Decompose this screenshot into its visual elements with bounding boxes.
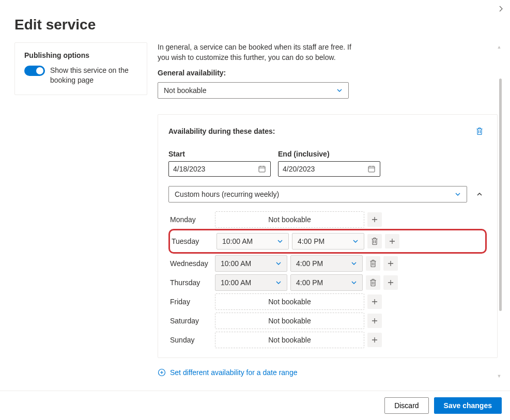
chevron-down-icon — [351, 279, 357, 286]
set-different-availability-label: Set different availability for a date ra… — [170, 368, 297, 377]
scroll-up-arrow[interactable]: ▲ — [496, 44, 503, 50]
svg-rect-0 — [259, 166, 265, 172]
day-name: Wednesday — [168, 259, 215, 268]
intro-line-1: In general, a service can be booked when… — [158, 42, 498, 53]
svg-rect-1 — [368, 166, 375, 172]
add-timeslot-button[interactable] — [367, 212, 382, 227]
intro-line-2: you wish to customize this further, you … — [158, 53, 498, 63]
add-timeslot-button[interactable] — [367, 294, 382, 309]
add-timeslot-button[interactable] — [367, 333, 382, 347]
plus-icon — [387, 260, 394, 267]
start-time-select[interactable]: 10:00 AM — [217, 233, 289, 250]
add-timeslot-button[interactable] — [383, 275, 398, 290]
day-row-wednesday: Wednesday 10:00 AM 4:00 PM — [168, 254, 487, 273]
chevron-down-icon — [351, 260, 357, 267]
start-date-input[interactable]: 4/18/2023 — [168, 161, 271, 177]
plus-icon — [371, 336, 378, 344]
add-timeslot-button[interactable] — [367, 314, 382, 328]
day-name: Sunday — [168, 336, 215, 344]
collapse-button[interactable] — [472, 187, 487, 201]
recurring-value: Custom hours (recurring weekly) — [175, 190, 279, 198]
publishing-options-card: Publishing options Show this service on … — [14, 42, 147, 95]
not-bookable-box: Not bookable — [215, 211, 364, 228]
scrollbar-thumb[interactable] — [499, 79, 502, 311]
availability-card: Availability during these dates: Start 4… — [158, 114, 498, 358]
end-time-value: 4:00 PM — [296, 278, 323, 287]
day-row-saturday: Saturday Not bookable — [168, 311, 487, 330]
end-date-input[interactable]: 4/20/2023 — [278, 161, 380, 177]
sidebar: Publishing options Show this service on … — [14, 42, 147, 381]
end-time-value: 4:00 PM — [298, 237, 324, 245]
plus-circle-icon — [158, 368, 166, 377]
delete-timeslot-button[interactable] — [366, 275, 380, 290]
not-bookable-box: Not bookable — [215, 293, 364, 310]
end-time-select[interactable]: 4:00 PM — [292, 233, 364, 250]
start-time-select[interactable]: 10:00 AM — [215, 274, 287, 291]
day-name: Thursday — [168, 278, 215, 287]
day-row-monday: Monday Not bookable — [168, 210, 487, 229]
day-name: Tuesday — [170, 237, 217, 245]
chevron-down-icon — [352, 238, 359, 244]
calendar-icon — [367, 165, 376, 173]
start-date-value: 4/18/2023 — [173, 165, 205, 173]
day-row-thursday: Thursday 10:00 AM 4:00 PM — [168, 273, 487, 292]
calendar-icon — [258, 165, 266, 173]
general-availability-select[interactable]: Not bookable — [158, 82, 349, 99]
plus-icon — [389, 238, 396, 245]
chevron-up-icon — [476, 191, 483, 197]
end-time-select[interactable]: 4:00 PM — [290, 274, 363, 291]
day-name: Monday — [168, 215, 215, 224]
day-row-friday: Friday Not bookable — [168, 292, 487, 311]
delete-timeslot-button[interactable] — [366, 256, 380, 271]
start-time-value: 10:00 AM — [221, 259, 251, 268]
day-row-tuesday: Tuesday 10:00 AM 4:00 PM — [168, 229, 487, 254]
discard-button[interactable]: Discard — [384, 397, 428, 414]
availability-heading: Availability during these dates: — [168, 127, 275, 135]
set-different-availability-link[interactable]: Set different availability for a date ra… — [158, 368, 498, 377]
day-row-sunday: Sunday Not bookable — [168, 330, 487, 349]
plus-icon — [387, 279, 394, 286]
plus-icon — [371, 317, 378, 324]
show-service-toggle[interactable] — [24, 66, 45, 76]
main-panel: ▲ ▼ In general, a service can be booked … — [147, 42, 503, 381]
recurring-select[interactable]: Custom hours (recurring weekly) — [168, 186, 467, 203]
end-date-value: 4/20/2023 — [283, 165, 315, 173]
chevron-down-icon — [277, 238, 283, 244]
chevron-down-icon — [455, 191, 461, 197]
general-availability-value: Not bookable — [164, 86, 207, 95]
delete-availability-button[interactable] — [472, 124, 487, 138]
add-timeslot-button[interactable] — [385, 234, 399, 248]
end-date-label: End (inclusive) — [278, 150, 380, 158]
days-list: Monday Not bookable Tuesday 10:00 AM 4:0… — [168, 210, 487, 355]
trash-icon — [475, 127, 484, 135]
scroll-down-arrow[interactable]: ▼ — [496, 374, 503, 379]
plus-icon — [371, 216, 378, 223]
publishing-options-title: Publishing options — [24, 51, 137, 59]
save-changes-button[interactable]: Save changes — [434, 397, 502, 414]
day-name: Saturday — [168, 317, 215, 325]
end-time-select[interactable]: 4:00 PM — [290, 255, 363, 272]
start-time-select[interactable]: 10:00 AM — [215, 255, 287, 272]
page-title: Edit service — [0, 0, 510, 42]
general-availability-label: General availability: — [158, 69, 498, 77]
trash-icon — [369, 278, 377, 287]
chevron-down-icon — [275, 279, 282, 286]
day-name: Friday — [168, 298, 215, 306]
plus-icon — [371, 298, 378, 305]
footer: Discard Save changes — [0, 391, 510, 420]
panel-close-chevron[interactable] — [496, 3, 507, 16]
start-time-value: 10:00 AM — [222, 237, 253, 245]
start-date-label: Start — [168, 150, 271, 158]
show-service-toggle-label: Show this service on the booking page — [50, 66, 137, 85]
trash-icon — [370, 237, 379, 245]
chevron-down-icon — [275, 260, 282, 267]
add-timeslot-button[interactable] — [383, 256, 398, 271]
trash-icon — [369, 259, 377, 268]
chevron-down-icon — [336, 87, 343, 94]
start-time-value: 10:00 AM — [221, 278, 251, 287]
delete-timeslot-button[interactable] — [367, 234, 382, 248]
not-bookable-box: Not bookable — [215, 313, 364, 329]
not-bookable-box: Not bookable — [215, 332, 364, 348]
end-time-value: 4:00 PM — [296, 259, 323, 268]
